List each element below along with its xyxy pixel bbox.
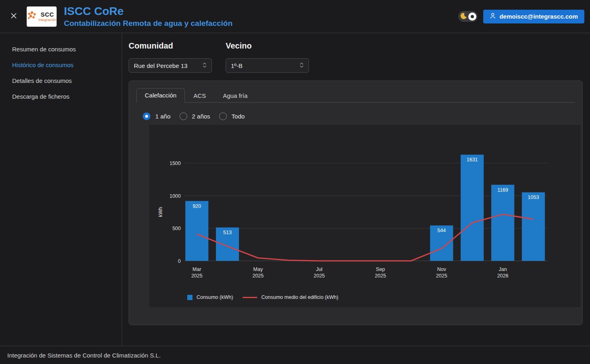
logo-subtext: Integración xyxy=(38,18,57,22)
bar-value-label: 1169 xyxy=(497,187,508,193)
company-logo: SCC Integración xyxy=(27,6,57,27)
x-tick-label-month: Nov xyxy=(437,267,446,272)
y-tick-label: 0 xyxy=(178,258,181,264)
footer-text: Integración de Sistemas de Control de Cl… xyxy=(7,352,161,359)
radio-1-ano[interactable]: 1 año xyxy=(143,112,171,120)
tabbar: Calefacción ACS Agua fría xyxy=(136,88,575,103)
sidebar-item-resumen[interactable]: Resumen de consumos xyxy=(0,41,122,57)
x-tick-label-year: 2026 xyxy=(497,273,508,279)
x-tick-label-year: 2025 xyxy=(436,273,447,279)
radio-icon xyxy=(143,112,150,120)
consumption-card: Calefacción ACS Agua fría 1 año 2 años T… xyxy=(129,80,583,325)
page-subtitle: Contabilización Remota de agua y calefac… xyxy=(64,19,233,28)
vecino-label: Vecino xyxy=(226,41,309,51)
vecino-select[interactable]: 1º-B xyxy=(226,58,309,73)
x-tick-label-month: Jul xyxy=(316,267,322,272)
sidebar-item-descarga[interactable]: Descarga de ficheros xyxy=(0,89,122,104)
comunidad-selected-value: Rue del Percebe 13 xyxy=(134,62,188,69)
x-tick-label-month: Jan xyxy=(499,267,507,272)
x-tick-label-year: 2025 xyxy=(191,273,203,279)
radio-icon xyxy=(219,112,227,120)
chevron-updown-icon xyxy=(202,62,207,70)
y-tick-label: 500 xyxy=(172,226,181,231)
chart-legend: Consumo (kWh) Consumo medio del edificio… xyxy=(149,288,581,307)
comunidad-label: Comunidad xyxy=(129,41,212,51)
tab-calefaccion[interactable]: Calefacción xyxy=(136,88,185,103)
theme-toggle[interactable] xyxy=(458,11,478,22)
y-axis-title: kWh xyxy=(158,207,163,217)
y-tick-label: 1000 xyxy=(169,193,181,199)
radio-icon xyxy=(180,112,187,120)
x-tick-label-year: 2025 xyxy=(314,273,325,279)
radio-2-anos[interactable]: 2 años xyxy=(180,112,210,120)
bar[interactable] xyxy=(185,201,208,261)
consumption-chart-svg: 050010001500kWh920513544163111691053Mar2… xyxy=(149,125,581,288)
bar-value-label: 920 xyxy=(192,203,201,209)
network-icon xyxy=(27,11,38,23)
x-tick-label-year: 2025 xyxy=(375,273,386,279)
sidebar-item-detalles[interactable]: Detalles de consumos xyxy=(0,73,122,89)
legend-bar-label: Consumo (kWh) xyxy=(197,294,233,300)
chevron-updown-icon xyxy=(299,62,305,70)
bar[interactable] xyxy=(522,192,545,261)
moon-icon xyxy=(459,12,467,21)
x-tick-label-month: Mar xyxy=(192,267,201,272)
radio-todo[interactable]: Todo xyxy=(219,112,245,120)
range-selector: 1 año 2 años Todo xyxy=(143,112,582,120)
bar-value-label: 513 xyxy=(223,230,232,235)
legend-line-label: Consumo medio del edificio (kWh) xyxy=(261,294,338,300)
x-tick-label-year: 2025 xyxy=(252,273,264,279)
tab-agua-fria[interactable]: Agua fría xyxy=(214,89,256,103)
close-menu-button[interactable] xyxy=(6,9,21,24)
tab-acs[interactable]: ACS xyxy=(185,89,214,103)
user-account-button[interactable]: demoiscc@integrascc.com xyxy=(483,10,584,23)
page-title: ISCC CoRe xyxy=(64,5,233,18)
toggle-knob xyxy=(468,13,476,21)
bar[interactable] xyxy=(461,154,484,261)
consumption-chart: 050010001500kWh920513544163111691053Mar2… xyxy=(149,125,581,307)
bar-value-label: 1631 xyxy=(467,157,478,163)
sidebar: Resumen de consumos Histórico de consumo… xyxy=(0,33,122,346)
app-header: SCC Integración ISCC CoRe Contabilizació… xyxy=(0,0,590,33)
legend-bar-swatch xyxy=(187,295,192,300)
vecino-selected-value: 1º-B xyxy=(231,62,243,69)
logo-text: SCC xyxy=(40,11,54,17)
app-footer: Integración de Sistemas de Control de Cl… xyxy=(0,346,590,364)
close-icon xyxy=(10,12,18,21)
user-email: demoiscc@integrascc.com xyxy=(499,13,578,20)
bar-value-label: 544 xyxy=(438,228,446,233)
sidebar-item-historico[interactable]: Histórico de consumos xyxy=(0,57,122,73)
bar[interactable] xyxy=(491,185,514,261)
x-tick-label-month: Sep xyxy=(376,267,385,272)
bar-value-label: 1053 xyxy=(528,195,539,200)
comunidad-select[interactable]: Rue del Percebe 13 xyxy=(129,58,212,73)
x-tick-label-month: May xyxy=(253,267,263,272)
person-icon xyxy=(490,13,496,20)
y-tick-label: 1500 xyxy=(169,161,181,166)
legend-line-swatch xyxy=(243,297,257,298)
